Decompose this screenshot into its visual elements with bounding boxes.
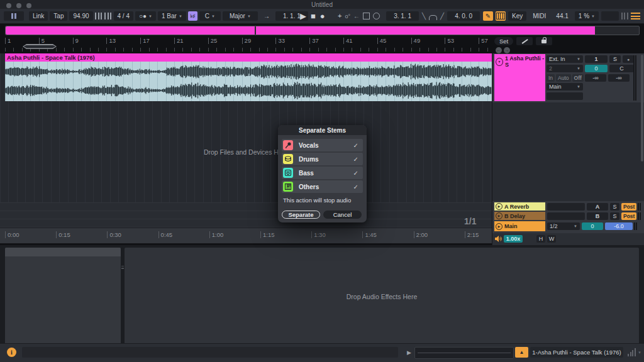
check-icon[interactable]: ✓ xyxy=(353,184,358,190)
return-b-solo[interactable]: S xyxy=(610,212,619,220)
scale-mode-icon[interactable]: ♭♯ xyxy=(188,11,197,21)
tempo-follow-amount[interactable]: 1.00x xyxy=(504,235,523,243)
new-button[interactable]: + xyxy=(338,11,341,21)
return-a-send-box[interactable] xyxy=(547,203,585,211)
draw-automation-button[interactable] xyxy=(516,37,533,45)
return-b-activator[interactable]: B xyxy=(587,212,608,220)
capture-midi-icon[interactable] xyxy=(363,13,370,19)
return-b-header[interactable]: ▶ B Delay xyxy=(494,212,545,220)
monitor-off-button[interactable]: Off xyxy=(572,74,584,82)
quantize-menu[interactable]: 1 Bar▼ xyxy=(158,11,186,21)
lock-envelopes-button[interactable] xyxy=(536,37,552,45)
loop-icon[interactable] xyxy=(429,15,437,20)
overview-clip-segment[interactable] xyxy=(256,26,595,35)
nudge-up-icon[interactable] xyxy=(104,13,112,19)
key-root-menu[interactable]: C▼ xyxy=(199,11,221,21)
follow-button[interactable]: → xyxy=(260,11,274,21)
pan-center-button[interactable]: C xyxy=(609,65,634,72)
chevron-down-icon[interactable]: ▼ xyxy=(179,14,182,18)
monitor-auto-button[interactable]: Auto xyxy=(556,74,571,82)
output-channel-field[interactable] xyxy=(547,92,583,100)
return-a-header[interactable]: ▶ A Reverb xyxy=(494,202,545,211)
check-icon[interactable]: ✓ xyxy=(353,156,358,163)
device-view-panel[interactable]: Drop Audio Effects Here xyxy=(125,248,639,343)
main-pan-knob[interactable]: 0 xyxy=(582,222,603,230)
nudge-down-icon[interactable] xyxy=(95,13,103,19)
time-signature-field[interactable]: 4 / 4 xyxy=(114,11,133,21)
send-field[interactable]: -∞ xyxy=(608,74,630,82)
next-locator-button[interactable]: → xyxy=(504,47,510,53)
loop-length-field[interactable]: 4. 0. 0 xyxy=(447,11,480,21)
back-to-arrangement-button[interactable]: ▲ xyxy=(515,347,528,358)
punch-in-icon[interactable]: ╲ xyxy=(422,13,426,19)
menu-icon[interactable] xyxy=(631,13,640,19)
monitor-in-button[interactable]: In xyxy=(547,74,555,82)
w-button[interactable]: W xyxy=(547,235,556,243)
key-scale-menu[interactable]: Major▼ xyxy=(223,11,258,21)
track-name[interactable]: 1 Asha Puthli - S xyxy=(505,55,545,68)
re-enable-automation-icon[interactable]: ← xyxy=(353,13,360,19)
automation-mode-icon[interactable]: o° xyxy=(345,13,350,19)
return-track-b[interactable]: ▶ B Delay B S Post xyxy=(492,212,644,220)
arm-button[interactable]: ● xyxy=(623,55,634,63)
return-lane-a[interactable] xyxy=(0,202,492,211)
cpu-meter[interactable]: 1 %▼ xyxy=(575,11,599,21)
main-volume-slider[interactable]: -6.0 xyxy=(605,222,633,230)
clip-view-header[interactable] xyxy=(5,248,121,256)
midi-map-button[interactable]: MIDI xyxy=(529,11,550,21)
main-header[interactable]: ▶ Main xyxy=(494,221,545,231)
main-lane[interactable] xyxy=(0,219,492,228)
preview-play-icon[interactable]: ▶ xyxy=(407,349,411,356)
input-type-menu[interactable]: Ext. In▼ xyxy=(547,55,583,63)
clip-title-bar[interactable]: Asha Puthli - Space Talk (1976) xyxy=(5,53,492,62)
chevron-down-icon[interactable]: ▼ xyxy=(591,14,595,18)
cue-out-menu[interactable]: 1/2▼ xyxy=(547,222,580,230)
overdub-field[interactable] xyxy=(601,11,619,21)
preview-speaker-icon[interactable] xyxy=(494,234,502,243)
time-ruler[interactable]: 0:000:150:300:451:001:151:301:452:002:15 xyxy=(0,228,492,244)
return-lane-b[interactable] xyxy=(0,211,492,219)
chevron-down-icon[interactable]: ▼ xyxy=(247,14,251,18)
solo-button[interactable]: S xyxy=(609,55,621,63)
return-a-solo[interactable]: S xyxy=(610,203,619,211)
computer-midi-keyboard-button[interactable] xyxy=(496,11,506,21)
stem-row-bass[interactable]: Bass ✓ xyxy=(282,167,363,179)
stop-button[interactable]: ■ xyxy=(311,11,316,21)
link-button[interactable]: Link xyxy=(29,11,48,21)
audio-clip[interactable]: Asha Puthli - Space Talk (1976) xyxy=(5,53,492,101)
check-icon[interactable]: ✓ xyxy=(353,170,358,177)
clip-waveform[interactable] xyxy=(5,62,492,101)
stem-row-drums[interactable]: Drums ✓ xyxy=(282,153,363,165)
fold-track-icon[interactable]: ▼ xyxy=(496,58,503,66)
stem-row-vocals[interactable]: Vocals ✓ xyxy=(282,139,363,151)
draw-mode-button[interactable]: ✎ xyxy=(483,11,493,21)
arrangement-overview[interactable] xyxy=(5,26,640,35)
tempo-field[interactable]: 94.90 xyxy=(69,11,92,21)
preview-waveform-box[interactable] xyxy=(414,347,514,359)
return-b-send-box[interactable] xyxy=(547,212,585,220)
track-activator-button[interactable]: 1 xyxy=(585,55,608,63)
stem-row-others[interactable]: Others ✓ xyxy=(282,180,363,193)
return-lanes[interactable] xyxy=(0,202,492,228)
track-header[interactable]: ▼ 1 Asha Puthli - S xyxy=(494,54,545,101)
key-map-button[interactable]: Key xyxy=(508,11,526,21)
chevron-down-icon[interactable]: ▼ xyxy=(211,14,215,18)
chevron-down-icon[interactable]: ▼ xyxy=(638,351,641,354)
check-icon[interactable]: ✓ xyxy=(353,142,358,149)
return-a-post-toggle[interactable]: Post xyxy=(621,203,636,211)
loop-start-field[interactable]: 3. 1. 1 xyxy=(386,11,419,21)
input-channel-menu[interactable]: 2▼ xyxy=(547,65,583,72)
scrollbar[interactable] xyxy=(641,55,643,162)
previous-locator-button[interactable]: ← xyxy=(496,47,502,53)
pan-knob[interactable]: 0 xyxy=(585,65,608,72)
h-button[interactable]: H xyxy=(536,235,545,243)
play-button[interactable]: ▶ xyxy=(300,11,306,21)
return-track-a[interactable]: ▶ A Reverb A S Post xyxy=(492,202,644,211)
chevron-down-icon[interactable]: ▼ xyxy=(148,14,152,18)
clip-view-panel[interactable] xyxy=(5,248,121,343)
cancel-button[interactable]: Cancel xyxy=(323,211,362,219)
session-record-icon[interactable] xyxy=(373,13,380,19)
info-icon[interactable]: i xyxy=(7,348,16,357)
return-a-activator[interactable]: A xyxy=(587,203,608,211)
overview-clip-segment[interactable] xyxy=(6,26,255,35)
